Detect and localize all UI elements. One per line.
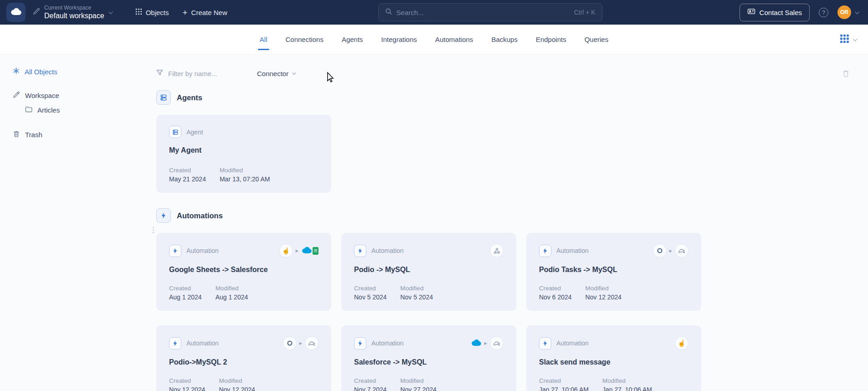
account-menu[interactable]: OR (837, 5, 858, 19)
created-value: May 21 2024 (169, 175, 206, 183)
delete-filtered-icon[interactable] (842, 70, 850, 77)
view-mode-switcher[interactable] (840, 34, 856, 45)
automation-card[interactable]: Automation ▶ Podio->MySQL 2 (156, 325, 331, 391)
folder-icon (25, 106, 32, 114)
card-type-label: Agent (186, 129, 203, 136)
card-title: Podio->MySQL 2 (169, 358, 318, 366)
automations-section-header: Automations (156, 208, 850, 223)
google-sheets-icon (313, 247, 318, 255)
created-label: Created (354, 285, 387, 292)
sidebar-item-trash[interactable]: Trash (13, 129, 150, 139)
automation-icon (539, 337, 551, 350)
created-value: Nov 12 2024 (169, 386, 205, 391)
chevron-down-icon (853, 36, 858, 41)
contact-sales-icon (747, 8, 755, 17)
automation-section-icon (156, 208, 171, 223)
webhook-icon (490, 244, 503, 257)
search-icon (385, 8, 392, 17)
automation-icon (539, 245, 551, 257)
filter-by-name-input[interactable] (168, 70, 241, 77)
modified-label: Modified (401, 285, 433, 292)
automation-card[interactable]: Automation ▶ Podio Tasks -> MySQL (526, 233, 701, 311)
created-label: Created (169, 167, 206, 174)
created-label: Created (354, 377, 387, 384)
section-title: Automations (177, 211, 223, 220)
automation-card[interactable]: Automation ☝ Slack send message Created … (526, 325, 701, 391)
automation-card[interactable]: Automation ▶ Salesforce -> MySQL (341, 325, 516, 391)
tab-integrations[interactable]: Integrations (381, 25, 417, 54)
sidebar-item-workspace[interactable]: Workspace (13, 90, 150, 100)
agent-icon (169, 126, 181, 138)
workspace-pen-icon (33, 8, 40, 17)
modified-value: Nov 5 2024 (401, 293, 433, 301)
modified-value: Nov 12 2024 (586, 293, 621, 301)
card-title: My Agent (169, 146, 318, 154)
tab-agents[interactable]: Agents (342, 25, 363, 54)
sidebar-item-articles[interactable]: Articles (13, 105, 150, 115)
salesforce-icon (301, 246, 312, 256)
filter-row: Connector (156, 68, 850, 78)
object-type-tabs: All Connections Agents Integrations Auto… (0, 25, 868, 55)
modified-label: Modified (401, 377, 437, 384)
objects-button[interactable]: Objects (135, 8, 169, 16)
grid-dots-icon (135, 8, 142, 16)
sidebar-item-all-objects[interactable]: All Objects (13, 67, 150, 77)
search-shortcut: Ctrl + K (574, 9, 596, 16)
mysql-icon (490, 336, 503, 350)
create-new-label: Create New (191, 9, 227, 16)
automation-card[interactable]: Automation ☝ ▶ Google Sheets -> Salesfor… (156, 233, 331, 311)
connector-filter-dropdown[interactable]: Connector (257, 70, 295, 77)
sidebar-label: Workspace (25, 92, 59, 99)
tab-all[interactable]: All (260, 25, 267, 54)
created-value: Nov 6 2024 (539, 293, 572, 301)
drag-handle-icon[interactable]: ⋮ (150, 226, 157, 233)
create-new-button[interactable]: + Create New (182, 8, 227, 17)
card-type-label: Automation (371, 247, 404, 254)
card-type-label: Automation (371, 340, 404, 347)
workspace-eyebrow: Current Workspace (44, 5, 104, 11)
tab-backups[interactable]: Backups (491, 25, 518, 54)
card-type-label: Automation (556, 247, 589, 254)
card-title: Slack send message (539, 358, 688, 366)
contact-sales-label: Contact Sales (760, 9, 802, 16)
card-type-label: Automation (556, 340, 589, 347)
contact-sales-button[interactable]: Contact Sales (740, 4, 810, 21)
help-icon[interactable]: ? (819, 8, 828, 17)
podio-icon (653, 244, 667, 257)
app-logo[interactable] (6, 3, 26, 22)
connector-filter-label: Connector (257, 70, 288, 77)
card-title: Podio -> MySQL (354, 266, 503, 274)
created-value: Jan 27, 10:06 AM (539, 386, 589, 391)
workspace-switcher[interactable]: Current Workspace Default workspace (33, 5, 112, 21)
card-type-label: Automation (186, 340, 219, 347)
modified-label: Modified (216, 285, 248, 292)
sidebar: All Objects Workspace Articles Trash (0, 55, 150, 391)
manual-trigger-icon: ☝ (279, 244, 293, 257)
created-value: Nov 7 2024 (354, 386, 387, 391)
cloud-logo-icon (10, 7, 22, 17)
card-title: Salesforce -> MySQL (354, 358, 503, 366)
created-value: Aug 1 2024 (169, 293, 202, 301)
sidebar-label: All Objects (25, 68, 57, 76)
search-input[interactable] (396, 9, 570, 16)
objects-label: Objects (146, 9, 169, 16)
workspace-icon (13, 91, 20, 100)
automation-card[interactable]: Automation Podio -> MySQL Created Nov 5 … (341, 233, 516, 311)
automations-section: ⋮ Automations Automation ☝ (156, 208, 850, 391)
modified-value: Aug 1 2024 (216, 293, 248, 301)
global-search[interactable]: Ctrl + K (378, 3, 602, 21)
created-label: Created (169, 377, 205, 384)
created-label: Created (169, 285, 202, 292)
modified-label: Modified (220, 167, 270, 174)
tab-automations[interactable]: Automations (435, 25, 473, 54)
avatar: OR (837, 5, 851, 19)
topbar: Current Workspace Default workspace Obje… (0, 0, 868, 25)
arrow-icon: ▶ (669, 249, 672, 253)
tab-connections[interactable]: Connections (286, 25, 324, 54)
sidebar-label: Articles (37, 106, 60, 114)
chevron-down-icon (292, 71, 296, 74)
automation-icon (354, 245, 366, 257)
tab-endpoints[interactable]: Endpoints (536, 25, 566, 54)
tab-queries[interactable]: Queries (585, 25, 609, 54)
agent-card[interactable]: Agent My Agent Created May 21 2024 Modif… (156, 115, 331, 193)
